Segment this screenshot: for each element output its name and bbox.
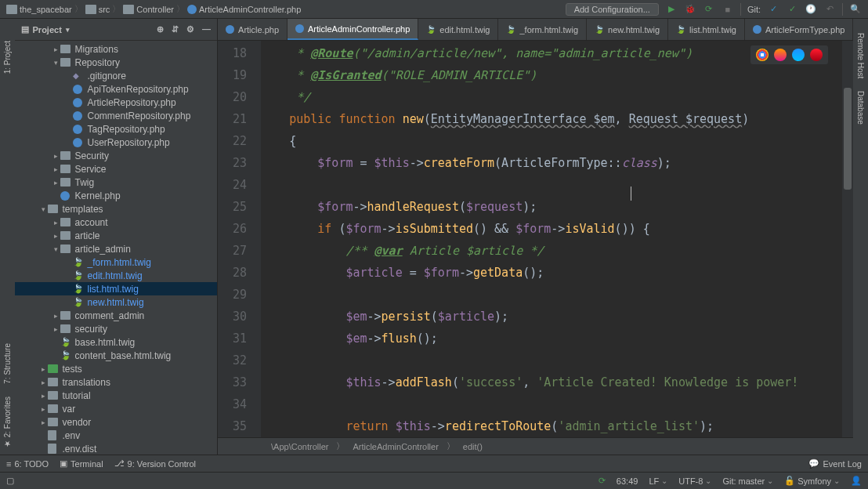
version-control-button[interactable]: ⎇ 9: Version Control	[114, 458, 196, 469]
tree-item[interactable]: ▸security	[15, 322, 218, 335]
run-icon[interactable]: ▶	[665, 3, 678, 16]
git-update-icon[interactable]: ✓	[767, 3, 779, 16]
expand-icon[interactable]: ▸	[52, 179, 60, 187]
tree-item[interactable]: ArticleRepository.php	[15, 96, 218, 109]
expand-icon[interactable]: ▸	[52, 312, 60, 320]
terminal-button[interactable]: ▣ Terminal	[60, 458, 103, 469]
editor-tab[interactable]: 🍃list.html.twig	[668, 19, 745, 40]
tree-item[interactable]: ▸article	[15, 229, 218, 242]
hide-icon[interactable]: —	[202, 24, 211, 34]
sync-icon[interactable]: ⟳	[599, 476, 606, 486]
project-tool-button[interactable]: 1: Project	[2, 34, 13, 80]
editor-body[interactable]: 181920212223242526272829303132333435 * @…	[218, 41, 853, 437]
debug-icon[interactable]: 🐞	[684, 3, 696, 16]
firefox-icon[interactable]	[774, 49, 787, 61]
editor-tab[interactable]: 🍃_form.html.twig	[498, 19, 587, 40]
tree-item[interactable]: ▾templates	[15, 202, 218, 216]
safari-icon[interactable]	[792, 49, 805, 61]
editor-tab[interactable]: ArticleFormType.php	[745, 19, 853, 40]
inspector-icon[interactable]: 👤	[851, 476, 862, 486]
status-left-icon[interactable]: ▢	[6, 476, 14, 486]
scrollbar[interactable]	[842, 41, 853, 437]
tree-item[interactable]: 🍃edit.html.twig	[15, 269, 218, 282]
dropdown-icon[interactable]: ▾	[66, 26, 70, 34]
rerun-icon[interactable]: ⟳	[703, 3, 715, 16]
tree-item[interactable]: ▸Security	[15, 149, 218, 162]
tree-item[interactable]: ▸comment_admin	[15, 309, 218, 322]
tree-item[interactable]: ▸translations	[15, 375, 218, 389]
editor-tab[interactable]: 🍃edit.html.twig	[418, 19, 498, 40]
expand-icon[interactable]: ▸	[52, 219, 60, 226]
expand-icon[interactable]: ▸	[52, 165, 60, 173]
expand-icon[interactable]: ▾	[52, 245, 60, 253]
breadcrumb-class[interactable]: ArticleAdminController	[353, 442, 438, 451]
git-commit-icon[interactable]: ✓	[786, 3, 798, 16]
expand-icon[interactable]: ▸	[52, 152, 60, 160]
breadcrumb-namespace[interactable]: \App\Controller	[271, 442, 328, 451]
tree-item[interactable]: ▸tests	[15, 362, 218, 375]
search-icon[interactable]: 🔍	[849, 3, 862, 16]
breadcrumb-item[interactable]: src	[85, 5, 110, 14]
tree-item[interactable]: 🍃list.html.twig	[15, 282, 218, 295]
favorites-tool-button[interactable]: ★ 2: Favorites	[2, 390, 13, 455]
tree-item[interactable]: .env.dist	[15, 442, 218, 455]
tree-item[interactable]: ▸Service	[15, 162, 218, 176]
gear-icon[interactable]: ⚙	[186, 24, 194, 34]
expand-icon[interactable]: ▸	[52, 45, 60, 53]
code-editor[interactable]: * @Route("/admin/article/new", name="adm…	[261, 41, 842, 437]
expand-icon[interactable]: ▸	[40, 379, 48, 386]
tree-item[interactable]: 🍃_form.html.twig	[15, 255, 218, 269]
tree-item[interactable]: ▾Repository	[15, 56, 218, 69]
framework-indicator[interactable]: 🔓 Symfony	[784, 476, 840, 486]
project-tree[interactable]: ▸Migrations▾Repository◆.gitignoreApiToke…	[15, 41, 218, 455]
expand-icon[interactable]: ▸	[40, 392, 48, 400]
tree-item[interactable]: ▸tutorial	[15, 389, 218, 402]
tree-item[interactable]: ▾article_admin	[15, 242, 218, 255]
tree-item[interactable]: 🍃content_base.html.twig	[15, 349, 218, 362]
structure-tool-button[interactable]: 7: Structure	[2, 337, 13, 390]
tree-item[interactable]: UserRepository.php	[15, 136, 218, 149]
expand-icon[interactable]: ▾	[52, 59, 60, 67]
scrollbar-thumb[interactable]	[844, 88, 852, 190]
todo-button[interactable]: ≡ 6: TODO	[6, 458, 49, 469]
tree-item[interactable]: ▸vendor	[15, 415, 218, 429]
breadcrumb-item[interactable]: Controller	[123, 5, 174, 14]
add-configuration-button[interactable]: Add Configuration...	[566, 3, 659, 16]
event-log-button[interactable]: 💬 Event Log	[808, 458, 862, 469]
breadcrumb-file[interactable]: ArticleAdminController.php	[187, 5, 301, 14]
editor-tab[interactable]: 🍃new.html.twig	[587, 19, 668, 40]
tree-item[interactable]: 🍃new.html.twig	[15, 295, 218, 309]
expand-icon[interactable]: ▸	[40, 418, 48, 426]
tree-item[interactable]: Kernel.php	[15, 189, 218, 202]
tree-item[interactable]: 🍃base.html.twig	[15, 335, 218, 349]
tree-item[interactable]: CommentRepository.php	[15, 109, 218, 122]
chrome-icon[interactable]	[756, 49, 769, 61]
tree-item[interactable]: ApiTokenRepository.php	[15, 82, 218, 96]
expand-icon[interactable]: ▸	[40, 405, 48, 413]
expand-icon[interactable]: ▸	[52, 325, 60, 333]
expand-icon[interactable]: ▾	[40, 205, 48, 213]
tree-item[interactable]: .env	[15, 429, 218, 442]
expand-icon[interactable]: ▸	[52, 232, 60, 240]
tree-item[interactable]: ▸Migrations	[15, 42, 218, 56]
database-button[interactable]: Database	[855, 85, 866, 131]
tree-item[interactable]: ▸var	[15, 402, 218, 415]
tree-item[interactable]: ◆.gitignore	[15, 69, 218, 82]
opera-icon[interactable]	[810, 49, 823, 61]
tree-item[interactable]: ▸account	[15, 216, 218, 229]
breadcrumb-root[interactable]: the_spacebar	[6, 5, 72, 14]
line-separator[interactable]: LF	[649, 476, 667, 486]
collapse-icon[interactable]: ⇵	[172, 24, 179, 34]
editor-tab[interactable]: Article.php	[218, 19, 288, 40]
tree-item[interactable]: ▸Twig	[15, 176, 218, 189]
history-icon[interactable]: 🕐	[805, 3, 817, 16]
revert-icon[interactable]: ↶	[823, 3, 836, 16]
locate-icon[interactable]: ⊕	[157, 24, 164, 34]
expand-icon[interactable]: ▸	[40, 365, 48, 373]
stop-icon[interactable]: ■	[722, 3, 734, 16]
tree-item[interactable]: TagRepository.php	[15, 122, 218, 136]
breadcrumb-method[interactable]: edit()	[463, 442, 483, 451]
remote-host-button[interactable]: Remote Host	[855, 27, 866, 85]
editor-tab[interactable]: ArticleAdminController.php	[288, 19, 418, 40]
git-branch[interactable]: Git: master	[722, 476, 773, 486]
